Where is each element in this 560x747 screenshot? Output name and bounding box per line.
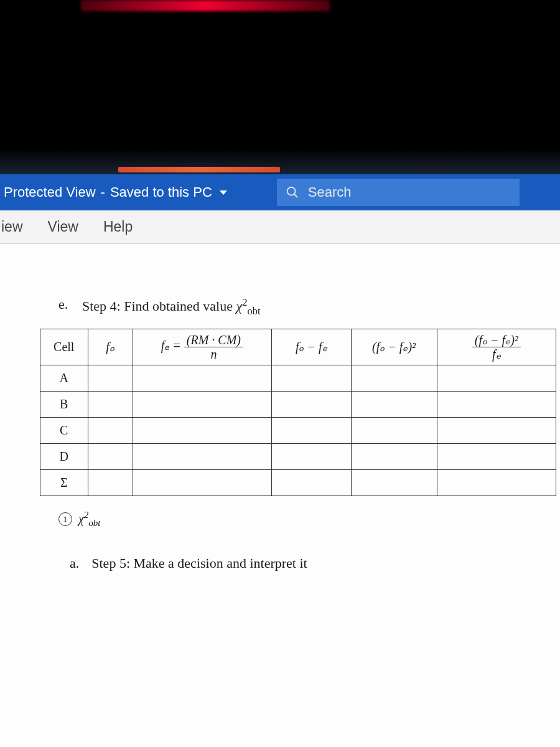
- save-status-label: Saved to this PC: [110, 184, 212, 200]
- th-sq: (fₒ − fₑ)²: [351, 329, 437, 365]
- step4-text: Step 4: Find obtained value χ2obt: [82, 296, 261, 317]
- table-row: B: [40, 391, 556, 417]
- chi-obt-label: χ2obt: [78, 510, 100, 529]
- tab-help[interactable]: Help: [102, 216, 134, 238]
- ribbon-tabs: iew View Help: [0, 210, 560, 244]
- table-row: D: [40, 443, 556, 469]
- search-box[interactable]: Search: [277, 179, 520, 206]
- window-top-dark-area: [0, 0, 560, 174]
- chi-obt-result: 1 χ2obt: [34, 510, 529, 529]
- document-title-group[interactable]: Protected View - Saved to this PC: [0, 184, 227, 200]
- th-fo: fₒ: [88, 329, 133, 365]
- title-bar: Protected View - Saved to this PC Search: [0, 174, 560, 210]
- search-placeholder: Search: [308, 184, 352, 200]
- svg-point-0: [287, 187, 296, 195]
- title-separator: -: [101, 184, 105, 200]
- table-sigma-row: Σ: [40, 469, 556, 496]
- table-row: C: [40, 417, 556, 443]
- th-fe: fₑ = (RM · CM) n: [133, 329, 271, 365]
- document-page: e. Step 4: Find obtained value χ2obt Cel…: [0, 244, 560, 747]
- step4-marker: e.: [58, 296, 71, 317]
- step4-heading: e. Step 4: Find obtained value χ2obt: [34, 296, 529, 317]
- chevron-down-icon[interactable]: [220, 190, 227, 195]
- th-diff: fₒ − fₑ: [271, 329, 351, 365]
- tab-view[interactable]: View: [47, 216, 80, 238]
- chi-square-table: Cell fₒ fₑ = (RM · CM) n fₒ − fₑ (fₒ − f…: [40, 329, 556, 496]
- step5-marker: a.: [70, 555, 79, 571]
- table-row: A: [40, 365, 556, 391]
- step5-heading: a. Step 5: Make a decision and interpret…: [34, 555, 529, 571]
- step5-text: Step 5: Make a decision and interpret it: [91, 555, 307, 571]
- circled-one-icon: 1: [58, 512, 72, 526]
- search-icon: [286, 186, 299, 199]
- th-cell: Cell: [40, 329, 88, 365]
- protected-view-label: Protected View: [4, 184, 96, 200]
- red-light-reflection: [81, 0, 330, 11]
- svg-line-1: [294, 194, 298, 198]
- orange-accent-bar: [118, 167, 280, 172]
- tab-review-partial[interactable]: iew: [0, 216, 24, 238]
- th-ratio: (fₒ − fₑ)² fₑ: [437, 329, 556, 365]
